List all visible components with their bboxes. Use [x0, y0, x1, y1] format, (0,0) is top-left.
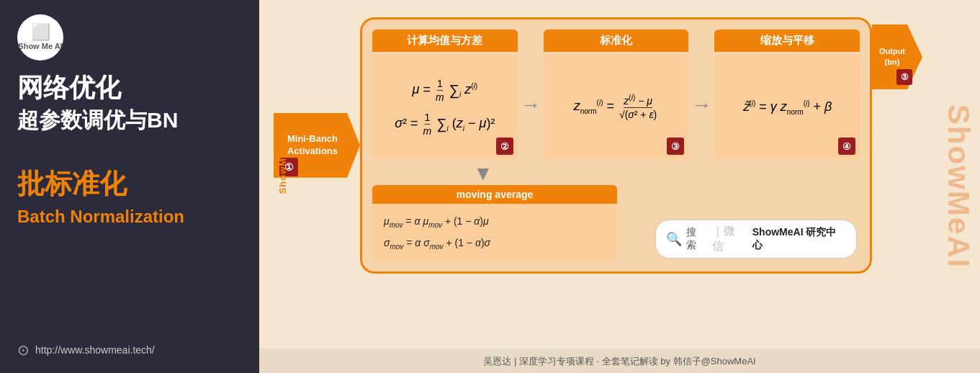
box1-formula2: σ² = 1 m ∑i (zi − μ)² — [395, 112, 495, 137]
moving-avg-box: moving average μmov = α μmov + (1 − α)μ … — [372, 185, 617, 261]
main-title-line1: 网络优化 — [17, 72, 242, 103]
box3-content: z̃(i) = γ znorm(i) + β ④ — [714, 55, 860, 159]
moving-avg-formula1: μmov = α μmov + (1 − α)μ — [384, 211, 606, 233]
box1-content: μ = 1 m ∑i z(i) σ² = — [372, 55, 518, 159]
left-watermark-text: ShowMeAI — [278, 140, 289, 194]
left-watermark: ShowMeAI — [275, 43, 291, 291]
box3-header: 缩放与平移 — [714, 30, 860, 52]
watermark-text: ShowMeAI — [941, 104, 976, 269]
step-badge-3: ③ — [667, 138, 684, 155]
fraction-znorm: z(i) − μ √(σ² + ε) — [619, 94, 657, 120]
bn-container: 计算均值与方差 μ = 1 m ∑i z(i) — [360, 17, 872, 274]
fraction-1m-2: 1 m — [423, 112, 432, 137]
step-badge-2: ② — [496, 138, 513, 155]
logo-circle: ⬜ Show Me AI — [17, 14, 63, 60]
box1-header: 计算均值与方差 — [372, 30, 518, 52]
down-chevron-icon: ▼ — [473, 162, 493, 185]
website-url: http://www.showmeai.tech/ — [35, 344, 155, 356]
top-section: Mini-BanchActivations ① 计算均值与方差 — [274, 17, 922, 274]
right-watermark: ShowMeAI — [930, 0, 980, 373]
entry-label-text: Mini-BanchActivations — [287, 133, 338, 156]
exit-arrow-shape: Output(bn) ⑤ — [872, 24, 922, 89]
main-content: ShowMeAI ShowMeAI Mini-BanchActivations … — [259, 0, 980, 373]
logo-text: Show Me AI — [18, 42, 62, 51]
box2-content: znorm(i) = z(i) − μ √(σ² + ε) ③ — [544, 55, 689, 159]
website-row: ⊙ http://www.showmeai.tech/ — [17, 334, 242, 359]
entry-arrow-label: Mini-BanchActivations — [287, 133, 346, 158]
moving-avg-content: μmov = α μmov + (1 − α)μ σmov = α σmov +… — [372, 204, 617, 261]
step-badge-5: ⑤ — [896, 69, 912, 85]
formula-box-1: 计算均值与方差 μ = 1 m ∑i z(i) — [372, 30, 518, 159]
footer-bar: 吴恩达 | 深度学习专项课程 · 全套笔记解读 by 韩信子@ShowMeAI — [259, 349, 980, 373]
down-chevron-wrap: ▼ — [473, 162, 860, 185]
arrow-2-3: → — [688, 30, 714, 159]
formula-box-3: 缩放与平移 z̃(i) = γ znorm(i) + β ④ — [714, 30, 860, 159]
main-title-line2: 超参数调优与BN — [17, 106, 242, 134]
search-brand: ShowMeAI 研究中心 — [752, 226, 846, 252]
moving-avg-header: moving average — [372, 185, 617, 204]
box2-header: 标准化 — [544, 30, 689, 52]
main-diagram: ShowMeAI Mini-BanchActivations ① 计算均 — [259, 0, 980, 349]
footer-text: 吴恩达 | 深度学习专项课程 · 全套笔记解读 by 韩信子@ShowMeAI — [483, 355, 755, 368]
arrow-1-2: → — [518, 30, 544, 159]
step-badge-4: ④ — [838, 138, 855, 155]
logo-icon: ⬜ — [31, 23, 50, 42]
batch-en-title: Batch Normalization — [17, 207, 242, 227]
box1-formulas: μ = 1 m ∑i z(i) σ² = — [395, 78, 495, 137]
website-icon: ⊙ — [17, 341, 30, 359]
box1-formula1: μ = 1 m ∑i z(i) — [395, 78, 495, 103]
fraction-1m: 1 m — [436, 78, 444, 103]
formula-box-2: 标准化 znorm(i) = z(i) − μ √(σ² + ε) ③ — [544, 30, 689, 159]
search-divider: ｜微信 — [712, 224, 747, 254]
batch-cn-title: 批标准化 — [17, 166, 242, 202]
top-boxes: 计算均值与方差 μ = 1 m ∑i z(i) — [372, 30, 860, 159]
box3-formula: z̃(i) = γ znorm(i) + β — [742, 99, 832, 116]
sidebar: ⬜ Show Me AI 网络优化 超参数调优与BN 批标准化 Batch No… — [0, 0, 259, 373]
search-text: 搜索 — [686, 226, 706, 252]
search-bar[interactable]: 🔍 搜索 ｜微信 ShowMeAI 研究中心 — [655, 220, 857, 259]
exit-arrow-label: Output(bn) — [879, 46, 915, 68]
moving-avg-formula2: σmov = α σmov + (1 − α)σ — [384, 233, 606, 254]
logo-area: ⬜ Show Me AI — [17, 14, 242, 60]
box2-formula: znorm(i) = z(i) − μ √(σ² + ε) — [574, 94, 659, 120]
exit-arrow-wrap: Output(bn) ⑤ — [872, 17, 922, 274]
search-icon: 🔍 — [666, 231, 682, 247]
